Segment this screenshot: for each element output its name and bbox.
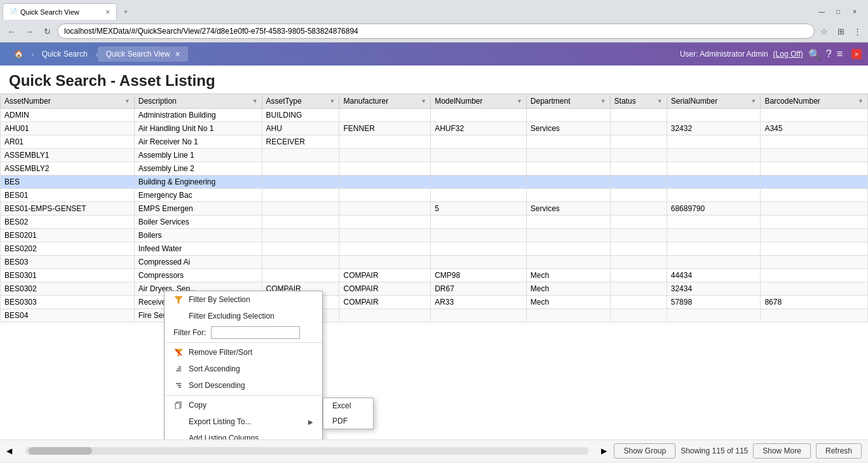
table-cell	[761, 176, 868, 189]
show-group-button[interactable]: Show Group	[614, 443, 675, 459]
export-listing-item[interactable]: Export Listing To... ▶	[165, 413, 322, 430]
sort-descending-item[interactable]: Sort Descending	[165, 377, 322, 394]
filter-excluding-item[interactable]: Filter Excluding Selection	[165, 308, 322, 324]
table-row[interactable]: BES0301CompressorsCOMPAIRCMP98Mech44434	[1, 269, 868, 282]
table-cell	[761, 229, 868, 242]
add-listing-columns-item[interactable]: Add Listing Columns	[165, 430, 322, 439]
column-header-status[interactable]: Status▼	[610, 94, 667, 109]
svg-rect-10	[175, 403, 180, 409]
scroll-left-arrow[interactable]: ◀	[6, 446, 13, 455]
table-row[interactable]: BES0202Infeed Water	[1, 242, 868, 256]
bookmark-icon[interactable]: ☆	[817, 24, 831, 38]
table-cell	[667, 216, 761, 229]
settings-icon[interactable]: ⋮	[850, 24, 864, 38]
column-header-modelnumber[interactable]: ModelNumber▼	[431, 94, 527, 109]
reload-button[interactable]: ↻	[39, 24, 55, 39]
filter-excluding-label: Filter Excluding Selection	[189, 312, 275, 321]
log-off-link[interactable]: (Log Off)	[773, 50, 803, 59]
maximize-button[interactable]: □	[832, 6, 844, 17]
home-nav-button[interactable]: 🏠	[6, 47, 31, 61]
table-row[interactable]: AR01Air Receiver No 1RECEIVER	[1, 135, 868, 149]
scroll-right-arrow[interactable]: ▶	[601, 446, 607, 455]
table-cell	[526, 229, 610, 242]
extensions-icon[interactable]: ⊞	[834, 24, 848, 38]
search-header-icon[interactable]: 🔍	[808, 48, 821, 60]
table-cell: 32434	[667, 282, 761, 296]
browser-tab[interactable]: 📄 Quick Search View ×	[3, 3, 117, 20]
table-row[interactable]: BESBuilding & Engineering	[1, 176, 868, 189]
new-tab-button[interactable]: +	[119, 5, 132, 18]
table-cell	[610, 229, 667, 242]
table-row[interactable]: ASSEMBLY1Assembly Line 1	[1, 149, 868, 162]
table-cell: DR67	[431, 282, 527, 296]
table-row[interactable]: BES0201Boilers	[1, 229, 868, 242]
table-cell	[610, 282, 667, 296]
table-row[interactable]: AHU01Air Handling Unit No 1AHUFENNERAHUF…	[1, 122, 868, 135]
export-pdf-item[interactable]: PDF	[323, 413, 373, 429]
export-excel-item[interactable]: Excel	[323, 398, 373, 413]
column-header-barcodenumber[interactable]: BarcodeNumber▼	[761, 94, 868, 109]
close-app-button[interactable]: ×	[851, 49, 862, 59]
column-header-manufacturer[interactable]: Manufacturer▼	[339, 94, 431, 109]
tab-close-button[interactable]: ×	[105, 8, 110, 17]
table-cell	[526, 189, 610, 202]
help-icon[interactable]: ?	[826, 48, 832, 60]
table-row[interactable]: BES02Boiler Services	[1, 216, 868, 229]
menu-icon[interactable]: ≡	[837, 48, 843, 60]
table-row[interactable]: BES0303ReceiversRECEIVERCOMPAIRAR33Mech5…	[1, 296, 868, 309]
table-cell	[761, 109, 868, 122]
table-row[interactable]: ASSEMBLY2Assembly Line 2	[1, 162, 868, 176]
table-cell: Assembly Line 2	[134, 162, 262, 176]
quick-search-nav-item[interactable]: Quick Search	[34, 47, 95, 61]
page-content: Quick Search - Asset Listing AssetNumber…	[0, 66, 868, 461]
filter-for-input[interactable]	[211, 326, 300, 339]
table-row[interactable]: BES03Compressed Ai	[1, 256, 868, 269]
column-header-department[interactable]: Department▼	[526, 94, 610, 109]
table-row[interactable]: BES01-EMPS-GENSETEMPS Emergen5Services68…	[1, 202, 868, 216]
table-cell: BES0301	[1, 269, 135, 282]
quick-search-view-nav-item[interactable]: Quick Search View ×	[98, 46, 187, 62]
filter-by-selection-label: Filter By Selection	[189, 295, 250, 304]
table-row[interactable]: BES01Emergency Bac	[1, 189, 868, 202]
column-header-description[interactable]: Description▼	[134, 94, 262, 109]
table-row[interactable]: BES04Fire Services	[1, 309, 868, 322]
table-cell: Mech	[526, 282, 610, 296]
table-cell: BES0201	[1, 229, 135, 242]
column-header-serialnumber[interactable]: SerialNumber▼	[667, 94, 761, 109]
table-cell	[431, 109, 527, 122]
forward-button[interactable]: →	[22, 24, 37, 39]
table-row[interactable]: ADMINAdministration BuildingBUILDING	[1, 109, 868, 122]
refresh-button[interactable]: Refresh	[816, 443, 862, 459]
table-cell: COMPAIR	[339, 296, 431, 309]
sub-arrow-icon: ▶	[308, 418, 313, 425]
show-more-button[interactable]: Show More	[753, 443, 811, 459]
table-cell	[667, 229, 761, 242]
minimize-button[interactable]: —	[816, 6, 827, 17]
address-bar[interactable]	[57, 24, 815, 39]
table-cell: ASSEMBLY1	[1, 149, 135, 162]
table-cell: Emergency Bac	[134, 189, 262, 202]
copy-item[interactable]: Copy	[165, 397, 322, 413]
table-cell	[339, 229, 431, 242]
table-cell: Administration Building	[134, 109, 262, 122]
sort-ascending-item[interactable]: Sort Ascending	[165, 361, 322, 377]
table-cell: Mech	[526, 296, 610, 309]
close-window-button[interactable]: ×	[849, 6, 860, 17]
horizontal-scrollbar[interactable]	[25, 447, 588, 455]
close-view-button[interactable]: ×	[175, 49, 180, 59]
back-button[interactable]: ←	[4, 24, 19, 39]
table-row[interactable]: BES0302Air Dryers, Sep...COMPAIRCOMPAIRD…	[1, 282, 868, 296]
table-cell	[262, 216, 339, 229]
column-header-assetnumber[interactable]: AssetNumber▼	[1, 94, 135, 109]
filter-by-selection-item[interactable]: Filter By Selection	[165, 291, 322, 308]
scrollbar-thumb	[29, 447, 92, 455]
column-header-assettype[interactable]: AssetType▼	[262, 94, 339, 109]
table-cell	[610, 135, 667, 149]
table-cell: BES0302	[1, 282, 135, 296]
table-cell	[610, 122, 667, 135]
table-cell	[431, 229, 527, 242]
remove-filter-sort-item[interactable]: Remove Filter/Sort	[165, 344, 322, 361]
table-cell	[526, 216, 610, 229]
table-cell	[761, 256, 868, 269]
context-menu: Filter By Selection Filter Excluding Sel…	[164, 291, 323, 439]
